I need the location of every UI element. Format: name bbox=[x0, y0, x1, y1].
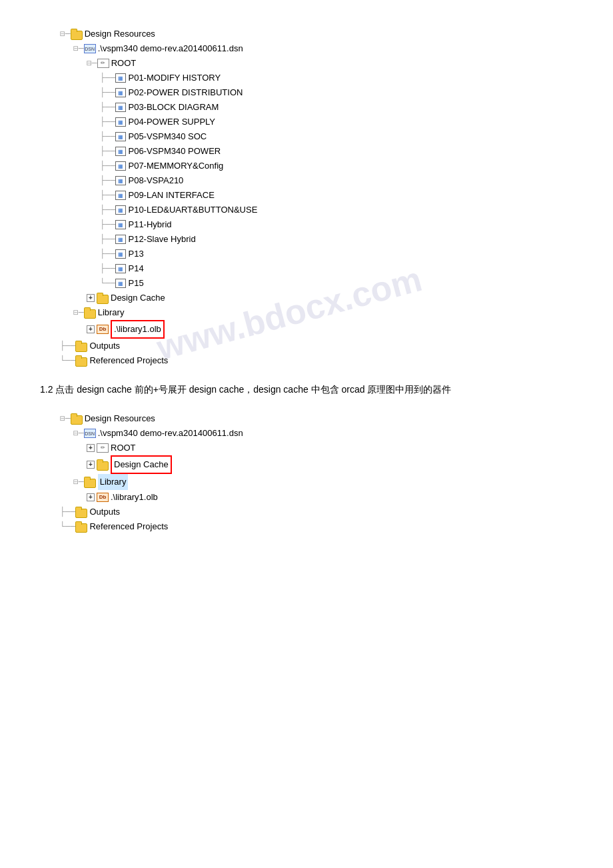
page-node-p03: ├── ▦ P03-BLOCK DIAGRAM bbox=[60, 100, 593, 115]
outputs-node: ├── Outputs bbox=[60, 339, 593, 353]
page-icon: ▦ bbox=[115, 117, 126, 127]
page-icon: ▦ bbox=[115, 147, 126, 156]
design-cache-expand[interactable]: + bbox=[87, 294, 95, 302]
library-file-node-2: + Db .\library1.olb bbox=[60, 490, 593, 505]
dsn-icon: DSN bbox=[84, 44, 96, 53]
page-node-p08: ├── ▦ P08-VSPA210 bbox=[60, 173, 593, 188]
page-label-p05: P05-VSPM340 SOC bbox=[128, 129, 207, 144]
library-file-expand-2[interactable]: + bbox=[87, 493, 95, 501]
page-node-p11: ├── ▦ P11-Hybrid bbox=[60, 217, 593, 232]
page-label-p10: P10-LED&UART&BUTTON&USE bbox=[128, 203, 257, 217]
outputs-node-2: ├── Outputs bbox=[60, 505, 593, 519]
page-label-p08: P08-VSPA210 bbox=[128, 173, 183, 188]
design-cache-node: + Design Cache bbox=[60, 291, 593, 305]
page-label-p04: P04-POWER SUPPLY bbox=[128, 115, 215, 129]
outputs-label-2: Outputs bbox=[89, 505, 120, 519]
page-label-p01: P01-MODIFY HISTORY bbox=[128, 71, 221, 85]
page-node-p07: ├── ▦ P07-MEMMORY&Config bbox=[60, 159, 593, 173]
root-label: ROOT bbox=[111, 56, 137, 71]
page-label-p02: P02-POWER DISTRIBUTION bbox=[128, 85, 243, 100]
referenced-projects-node-2: └── Referenced Projects bbox=[60, 519, 593, 534]
library-file-node: + Db .\library1.olb bbox=[60, 320, 593, 339]
referenced-projects-node: └── Referenced Projects bbox=[60, 353, 593, 368]
folder-icon bbox=[71, 29, 83, 39]
paragraph-section: 1.2 点击 design cache 前的+号展开 design cache，… bbox=[40, 381, 573, 398]
tree-section-2: ⊟─ Design Resources ⊟─ DSN .\vspm340 dem… bbox=[60, 411, 593, 534]
ref-projects-folder-icon-2 bbox=[75, 521, 87, 532]
referenced-projects-label: Referenced Projects bbox=[89, 353, 168, 368]
page-node-p01: ├── ▦ P01-MODIFY HISTORY bbox=[60, 71, 593, 85]
page-label-p15: P15 bbox=[128, 276, 143, 291]
design-cache-folder-icon-2 bbox=[97, 459, 109, 470]
page-icon: ▦ bbox=[115, 88, 126, 97]
lib-icon: Db bbox=[97, 325, 109, 334]
page-node-p15: └── ▦ P15 bbox=[60, 276, 593, 291]
page-node-p14: ├── ▦ P14 bbox=[60, 261, 593, 276]
page-node-p02: ├── ▦ P02-POWER DISTRIBUTION bbox=[60, 85, 593, 100]
outputs-folder-icon bbox=[75, 341, 87, 351]
dsn-file-node: ⊟─ DSN .\vspm340 demo-rev.a201400611.dsn bbox=[60, 41, 593, 56]
page-icon: ▦ bbox=[115, 205, 126, 215]
dsn-label: .\vspm340 demo-rev.a201400611.dsn bbox=[98, 41, 243, 56]
library-file-label: .\library1.olb bbox=[111, 320, 165, 339]
page-label-p12: P12-Slave Hybrid bbox=[128, 232, 195, 247]
dsn-file-node-2: ⊟─ DSN .\vspm340 demo-rev.a201400611.dsn bbox=[60, 426, 593, 441]
page-icon: ▦ bbox=[115, 103, 126, 112]
page-icon: ▦ bbox=[115, 235, 126, 244]
library-node-2: ⊟─ Library bbox=[60, 474, 593, 490]
root-icon: ✏ bbox=[97, 59, 109, 68]
page-icon: ▦ bbox=[115, 161, 126, 171]
page-label-p13: P13 bbox=[128, 247, 143, 261]
design-resources-node-2: ⊟─ Design Resources bbox=[60, 411, 593, 426]
library-label: Library bbox=[98, 305, 125, 320]
page-icon: ▦ bbox=[115, 191, 126, 200]
dsn-label-2: .\vspm340 demo-rev.a201400611.dsn bbox=[98, 426, 243, 441]
root-label-2: ROOT bbox=[111, 441, 136, 455]
library-folder-icon bbox=[84, 307, 96, 318]
design-cache-label: Design Cache bbox=[111, 291, 165, 305]
design-cache-folder-icon bbox=[97, 293, 109, 303]
page-label-p06: P06-VSPM340 POWER bbox=[128, 144, 221, 159]
library-file-expand[interactable]: + bbox=[87, 325, 95, 333]
design-cache-label-2: Design Cache bbox=[111, 455, 172, 474]
design-cache-expand-2[interactable]: + bbox=[87, 461, 95, 469]
outputs-folder-icon-2 bbox=[75, 507, 87, 517]
design-cache-node-2: + Design Cache bbox=[60, 455, 593, 474]
design-resources-label-2: Design Resources bbox=[85, 411, 155, 426]
ref-projects-folder-icon bbox=[75, 355, 87, 366]
outputs-label: Outputs bbox=[89, 339, 120, 353]
page-icon: ▦ bbox=[115, 249, 126, 259]
page-node-p05: ├── ▦ P05-VSPM340 SOC bbox=[60, 129, 593, 144]
page-node-p10: ├── ▦ P10-LED&UART&BUTTON&USE bbox=[60, 203, 593, 217]
page-icon: ▦ bbox=[115, 73, 126, 83]
page-icon: ▦ bbox=[115, 264, 126, 273]
page-icon: ▦ bbox=[115, 279, 126, 288]
page-label-p07: P07-MEMMORY&Config bbox=[128, 159, 223, 173]
library-file-label-2: .\library1.olb bbox=[111, 490, 158, 505]
page-label-p03: P03-BLOCK DIAGRAM bbox=[128, 100, 219, 115]
page-icon: ▦ bbox=[115, 132, 126, 141]
page-node-p09: ├── ▦ P09-LAN INTERFACE bbox=[60, 188, 593, 203]
page-node-p12: ├── ▦ P12-Slave Hybrid bbox=[60, 232, 593, 247]
page-node-p04: ├── ▦ P04-POWER SUPPLY bbox=[60, 115, 593, 129]
page-icon: ▦ bbox=[115, 176, 126, 185]
library-folder-icon-2 bbox=[84, 477, 96, 487]
page-node-p06: ├── ▦ P06-VSPM340 POWER bbox=[60, 144, 593, 159]
root-icon-2: ✏ bbox=[97, 443, 109, 453]
library-node: ⊟─ Library bbox=[60, 305, 593, 320]
root-node: ⊟─ ✏ ROOT bbox=[60, 56, 593, 71]
referenced-projects-label-2: Referenced Projects bbox=[89, 519, 168, 534]
root-node-2: + ✏ ROOT bbox=[60, 441, 593, 455]
folder-icon-2 bbox=[71, 413, 83, 424]
dsn-icon-2: DSN bbox=[84, 429, 96, 438]
page-label-p11: P11-Hybrid bbox=[128, 217, 171, 232]
lib-icon-2: Db bbox=[97, 493, 109, 502]
tree-section-1: ⊟─ Design Resources ⊟─ DSN .\vspm340 dem… bbox=[60, 27, 593, 368]
page-label-p09: P09-LAN INTERFACE bbox=[128, 188, 214, 203]
design-resources-label: Design Resources bbox=[85, 27, 155, 41]
page-icon: ▦ bbox=[115, 220, 126, 229]
page-node-p13: ├── ▦ P13 bbox=[60, 247, 593, 261]
library-label-2: Library bbox=[98, 474, 129, 490]
page-label-p14: P14 bbox=[128, 261, 143, 276]
root-expand-2[interactable]: + bbox=[87, 444, 95, 452]
